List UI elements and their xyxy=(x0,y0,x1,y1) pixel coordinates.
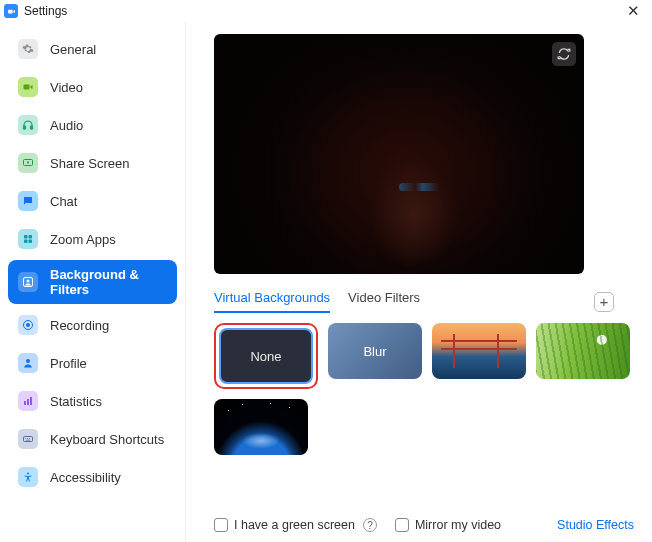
sidebar-item-zoom-apps[interactable]: Zoom Apps xyxy=(8,222,177,256)
svg-rect-21 xyxy=(26,440,30,441)
sidebar-item-label: Statistics xyxy=(50,394,102,409)
thumb-none-label: None xyxy=(219,328,313,384)
mirror-video-checkbox[interactable]: Mirror my video xyxy=(395,518,501,532)
footer: I have a green screen ? Mirror my video … xyxy=(214,518,634,532)
sidebar-item-label: Recording xyxy=(50,318,109,333)
svg-rect-0 xyxy=(8,9,13,13)
svg-rect-7 xyxy=(24,240,28,244)
zoom-app-icon xyxy=(4,4,18,18)
svg-point-18 xyxy=(25,438,26,439)
rotate-camera-button[interactable] xyxy=(552,42,576,66)
tab-video-filters[interactable]: Video Filters xyxy=(348,290,420,313)
sidebar-item-label: Audio xyxy=(50,118,83,133)
statistics-icon xyxy=(18,391,38,411)
sidebar-item-recording[interactable]: Recording xyxy=(8,308,177,342)
svg-rect-3 xyxy=(31,126,33,129)
svg-rect-6 xyxy=(29,235,33,239)
mirror-label: Mirror my video xyxy=(415,518,501,532)
keyboard-icon xyxy=(18,429,38,449)
sidebar-item-audio[interactable]: Audio xyxy=(8,108,177,142)
share-screen-icon xyxy=(18,153,38,173)
sidebar-item-keyboard-shortcuts[interactable]: Keyboard Shortcuts xyxy=(8,422,177,456)
svg-point-19 xyxy=(27,438,28,439)
profile-icon xyxy=(18,353,38,373)
help-icon[interactable]: ? xyxy=(363,518,377,532)
sidebar-item-statistics[interactable]: Statistics xyxy=(8,384,177,418)
gear-icon xyxy=(18,39,38,59)
thumb-none-selected[interactable]: None xyxy=(214,323,318,389)
checkbox-icon xyxy=(214,518,228,532)
main-panel: Virtual Backgrounds Video Filters + None… xyxy=(186,22,652,542)
sidebar-item-label: Accessibility xyxy=(50,470,121,485)
sidebar-item-general[interactable]: General xyxy=(8,32,177,66)
close-icon[interactable]: ✕ xyxy=(623,2,644,20)
sidebar-item-label: Share Screen xyxy=(50,156,130,171)
sidebar-item-label: Zoom Apps xyxy=(50,232,116,247)
svg-rect-17 xyxy=(24,437,33,442)
sidebar-item-label: Profile xyxy=(50,356,87,371)
thumb-blur[interactable]: Blur xyxy=(328,323,422,379)
sidebar-item-video[interactable]: Video xyxy=(8,70,177,104)
add-background-button[interactable]: + xyxy=(594,292,614,312)
titlebar: Settings ✕ xyxy=(0,0,652,22)
window-title: Settings xyxy=(24,4,67,18)
svg-rect-14 xyxy=(24,401,26,405)
thumb-blur-label: Blur xyxy=(363,344,386,359)
titlebar-left: Settings xyxy=(4,4,67,18)
video-preview xyxy=(214,34,584,274)
svg-point-10 xyxy=(27,280,30,283)
sidebar-item-label: General xyxy=(50,42,96,57)
sidebar-item-background-filters[interactable]: Background & Filters xyxy=(8,260,177,304)
svg-rect-5 xyxy=(24,235,28,239)
svg-rect-2 xyxy=(24,126,26,129)
sidebar-item-label: Keyboard Shortcuts xyxy=(50,432,164,447)
tabs-row: Virtual Backgrounds Video Filters + xyxy=(214,290,614,313)
tabs: Virtual Backgrounds Video Filters xyxy=(214,290,420,313)
chat-icon xyxy=(18,191,38,211)
svg-rect-8 xyxy=(29,240,33,244)
sidebar-item-label: Video xyxy=(50,80,83,95)
content: General Video Audio Share Screen Chat xyxy=(0,22,652,542)
thumb-earth[interactable] xyxy=(214,399,308,455)
headphones-icon xyxy=(18,115,38,135)
sidebar-item-label: Background & Filters xyxy=(50,267,167,297)
sidebar-item-accessibility[interactable]: Accessibility xyxy=(8,460,177,494)
svg-point-12 xyxy=(26,323,30,327)
studio-effects-link[interactable]: Studio Effects xyxy=(557,518,634,532)
record-icon xyxy=(18,315,38,335)
svg-rect-1 xyxy=(24,85,30,90)
svg-point-22 xyxy=(27,472,29,474)
video-icon xyxy=(18,77,38,97)
sidebar: General Video Audio Share Screen Chat xyxy=(0,22,186,542)
footer-left: I have a green screen ? Mirror my video xyxy=(214,518,501,532)
green-screen-checkbox[interactable]: I have a green screen ? xyxy=(214,518,377,532)
apps-icon xyxy=(18,229,38,249)
svg-rect-16 xyxy=(30,397,32,405)
accessibility-icon xyxy=(18,467,38,487)
svg-point-20 xyxy=(29,438,30,439)
sidebar-item-share-screen[interactable]: Share Screen xyxy=(8,146,177,180)
background-thumbnails: None Blur xyxy=(214,323,634,455)
sidebar-item-profile[interactable]: Profile xyxy=(8,346,177,380)
svg-point-13 xyxy=(26,359,30,363)
sidebar-item-chat[interactable]: Chat xyxy=(8,184,177,218)
thumb-grass[interactable] xyxy=(536,323,630,379)
thumb-golden-gate[interactable] xyxy=(432,323,526,379)
green-screen-label: I have a green screen xyxy=(234,518,355,532)
user-square-icon xyxy=(18,272,38,292)
tab-virtual-backgrounds[interactable]: Virtual Backgrounds xyxy=(214,290,330,313)
checkbox-icon xyxy=(395,518,409,532)
svg-rect-15 xyxy=(27,399,29,405)
sidebar-item-label: Chat xyxy=(50,194,77,209)
